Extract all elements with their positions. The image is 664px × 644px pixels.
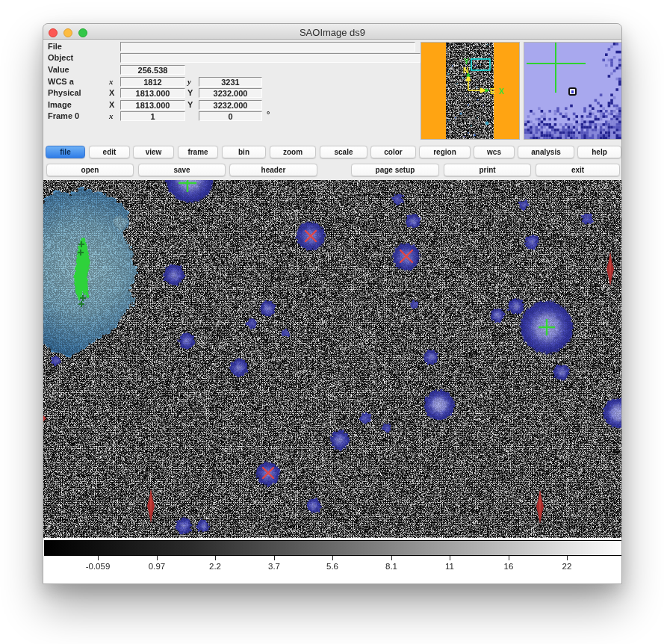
- svg-text:X: X: [499, 87, 504, 96]
- svg-text:N: N: [463, 66, 469, 75]
- svg-text:E: E: [490, 87, 495, 96]
- svg-text:Y: Y: [464, 57, 469, 66]
